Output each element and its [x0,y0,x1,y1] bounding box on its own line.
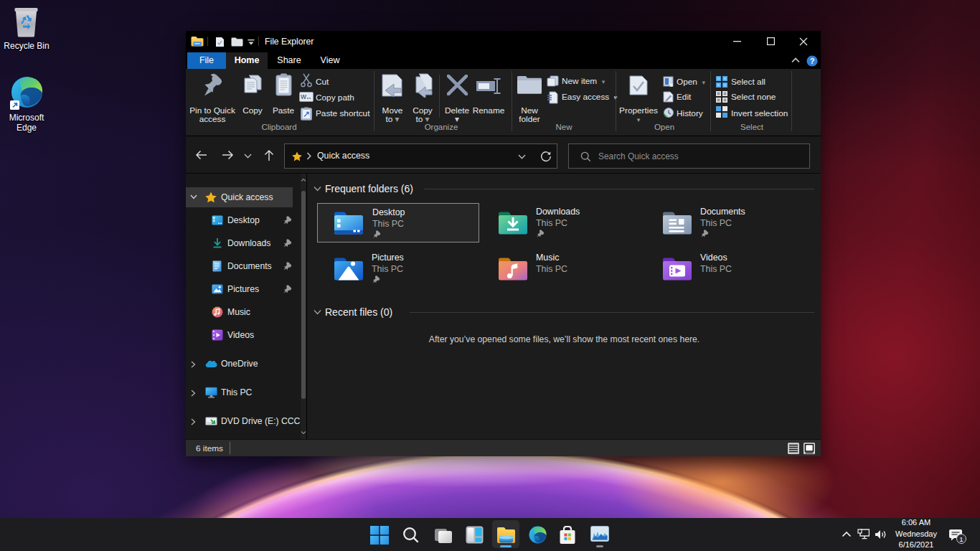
svg-text:?: ? [810,56,815,65]
svg-text:W: W [301,93,307,100]
